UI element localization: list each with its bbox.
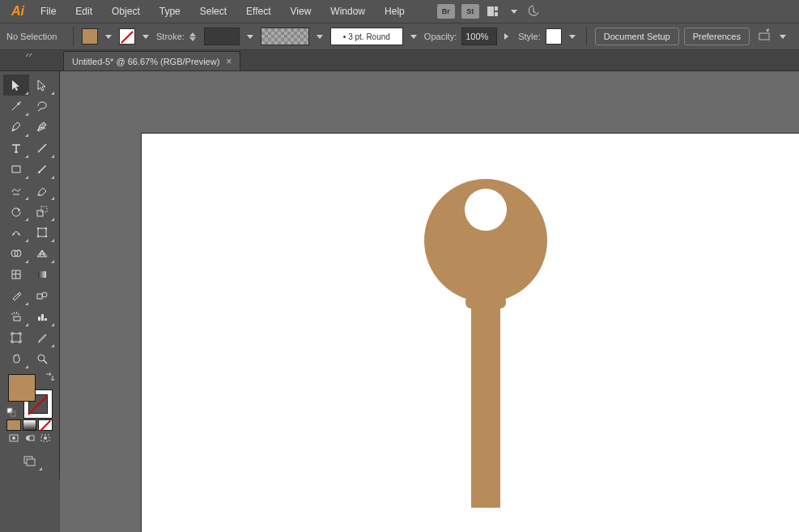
artboard-tool[interactable]: [3, 327, 29, 348]
magic-wand-tool[interactable]: [3, 96, 29, 117]
menu-select[interactable]: Select: [192, 2, 235, 20]
svg-rect-3: [759, 33, 769, 40]
menu-edit[interactable]: Edit: [67, 2, 100, 20]
draw-normal-button[interactable]: [6, 432, 21, 444]
draw-behind-button[interactable]: [23, 432, 37, 444]
document-setup-button[interactable]: Document Setup: [595, 28, 679, 45]
opacity-dropdown[interactable]: [502, 28, 513, 45]
zoom-tool[interactable]: [29, 348, 55, 369]
artboard[interactable]: [141, 133, 799, 532]
style-dropdown[interactable]: [567, 28, 578, 45]
none-mode-button[interactable]: [38, 419, 53, 431]
line-segment-tool[interactable]: [29, 138, 55, 159]
fill-stroke-control[interactable]: [8, 374, 52, 418]
pen-tool[interactable]: [3, 117, 29, 138]
svg-rect-15: [45, 228, 47, 229]
bridge-button[interactable]: Br: [437, 4, 455, 19]
shape-builder-tool[interactable]: [3, 243, 29, 264]
preferences-button[interactable]: Preferences: [684, 28, 750, 45]
fill-dropdown[interactable]: [103, 28, 114, 45]
key-artwork[interactable]: [421, 176, 550, 518]
menu-object[interactable]: Object: [104, 2, 148, 20]
variable-width-profile[interactable]: [261, 28, 309, 45]
scale-tool[interactable]: [29, 201, 55, 222]
color-mode-row: [3, 419, 56, 431]
gradient-mode-button[interactable]: [23, 419, 37, 431]
selection-status: No Selection: [6, 32, 65, 41]
arrange-documents-button[interactable]: [486, 4, 504, 19]
svg-rect-0: [487, 6, 494, 16]
fill-box[interactable]: [8, 374, 36, 402]
svg-point-19: [15, 250, 21, 257]
svg-point-33: [12, 436, 15, 440]
brush-dropdown[interactable]: [408, 28, 419, 45]
screen-mode-button[interactable]: [17, 450, 43, 471]
svg-rect-17: [45, 236, 47, 237]
default-fill-stroke-icon[interactable]: [6, 407, 16, 419]
svg-rect-30: [7, 408, 12, 413]
stroke-color-dropdown[interactable]: [140, 28, 151, 45]
tab-close-button[interactable]: ×: [226, 56, 232, 67]
stroke-weight-dropdown[interactable]: [244, 28, 256, 45]
align-to-dropdown[interactable]: [777, 28, 788, 45]
eraser-tool[interactable]: [29, 180, 55, 201]
tools-panel: [0, 71, 60, 479]
opacity-input[interactable]: 100%: [461, 28, 497, 45]
align-to-button[interactable]: [758, 28, 772, 45]
shaper-tool[interactable]: [3, 180, 29, 201]
type-tool[interactable]: [3, 138, 29, 159]
draw-inside-button[interactable]: [38, 432, 53, 444]
symbol-sprayer-tool[interactable]: [3, 306, 29, 327]
eyedropper-tool[interactable]: [3, 285, 29, 306]
selection-tool[interactable]: [3, 74, 29, 96]
direct-selection-tool[interactable]: [29, 74, 55, 96]
color-mode-button[interactable]: [6, 419, 21, 431]
menu-help[interactable]: Help: [376, 2, 413, 20]
blend-tool[interactable]: [29, 285, 55, 306]
rectangle-tool[interactable]: [3, 159, 29, 180]
svg-rect-8: [12, 166, 20, 172]
stroke-weight-input[interactable]: [204, 28, 240, 45]
mesh-tool[interactable]: [3, 264, 29, 285]
style-swatch[interactable]: [546, 28, 562, 45]
document-tab[interactable]: Untitled-5* @ 66.67% (RGB/Preview) ×: [63, 51, 240, 70]
free-transform-tool[interactable]: [29, 222, 55, 243]
variable-width-dropdown[interactable]: [314, 28, 325, 45]
perspective-grid-tool[interactable]: [29, 243, 55, 264]
paintbrush-tool[interactable]: [29, 159, 55, 180]
svg-rect-32: [10, 435, 18, 441]
svg-rect-16: [37, 236, 39, 237]
slice-tool[interactable]: [29, 327, 55, 348]
menu-file[interactable]: File: [32, 2, 64, 20]
svg-rect-2: [495, 12, 498, 16]
svg-rect-22: [37, 294, 42, 299]
width-tool[interactable]: [3, 222, 29, 243]
lasso-tool[interactable]: [29, 96, 55, 117]
style-label: Style:: [518, 32, 541, 41]
document-tab-bar: Untitled-5* @ 66.67% (RGB/Preview) ×: [0, 50, 799, 71]
brush-definition[interactable]: 3 pt. Round: [330, 28, 403, 45]
svg-rect-9: [37, 211, 43, 216]
stock-button[interactable]: St: [461, 4, 479, 19]
stroke-swatch[interactable]: [119, 28, 135, 45]
fill-swatch[interactable]: [82, 28, 98, 45]
svg-rect-28: [12, 334, 20, 342]
menu-effect[interactable]: Effect: [238, 2, 278, 20]
stroke-weight-stepper[interactable]: [189, 28, 199, 45]
hand-tool[interactable]: [3, 348, 29, 369]
arrange-documents-dropdown[interactable]: [508, 3, 520, 19]
workspace: [60, 71, 799, 532]
rotate-tool[interactable]: [3, 201, 29, 222]
column-graph-tool[interactable]: [29, 306, 55, 327]
gradient-tool[interactable]: [29, 264, 55, 285]
swap-fill-stroke-icon[interactable]: [44, 372, 55, 386]
gpu-performance-button[interactable]: [525, 4, 542, 19]
svg-rect-38: [24, 457, 32, 463]
menu-type[interactable]: Type: [151, 2, 189, 20]
toolbar-collapse-toggle[interactable]: [0, 50, 60, 60]
menu-window[interactable]: Window: [322, 2, 373, 20]
curvature-tool[interactable]: [29, 117, 55, 138]
svg-rect-13: [38, 228, 46, 236]
svg-point-12: [18, 233, 19, 235]
menu-view[interactable]: View: [283, 2, 320, 20]
